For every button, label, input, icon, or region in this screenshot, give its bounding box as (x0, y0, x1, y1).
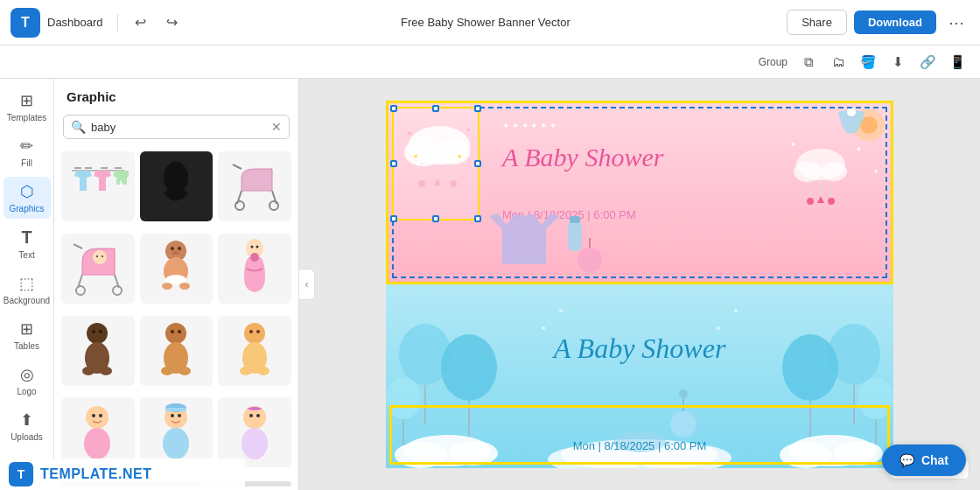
text-icon: T (21, 228, 32, 248)
svg-point-87 (807, 198, 814, 205)
left-sidebar: ⊞ Templates ✏ Fill ⬡ Graphics T Text ⬚ B… (0, 79, 54, 490)
sidebar-item-graphics[interactable]: ⬡ Graphics (4, 177, 51, 219)
chat-icon: 💬 (900, 453, 914, 467)
svg-point-8 (235, 201, 244, 210)
list-item[interactable] (218, 397, 291, 467)
svg-point-22 (172, 251, 179, 255)
sidebar-item-graphics-label: Graphics (9, 204, 44, 214)
selection-handle-tr[interactable] (474, 105, 481, 112)
sidebar-item-logo-label: Logo (17, 387, 36, 396)
selection-handle-lm[interactable] (390, 160, 397, 167)
svg-point-38 (171, 330, 174, 333)
secondary-toolbar: Group ⧉ 🗂 🪣 ⬇ 🔗 📱 (0, 46, 980, 79)
link-icon[interactable]: 🔗 (915, 50, 940, 74)
document-title: Free Baby Shower Banner Vector (192, 16, 780, 29)
baby-gear-graphic (485, 212, 607, 282)
banner2[interactable]: A Baby Shower Mon | 8/18/2025 | 6:00 PM (386, 284, 893, 468)
svg-point-82 (794, 161, 822, 182)
layers-icon[interactable]: 🗂 (826, 50, 850, 74)
svg-point-43 (244, 323, 265, 344)
sidebar-item-fill-label: Fill (21, 158, 32, 168)
svg-point-89 (828, 198, 835, 205)
selection-handle-tm[interactable] (432, 105, 439, 112)
topbar-separator (117, 14, 118, 32)
position-icon[interactable]: ⬇ (886, 50, 910, 74)
svg-point-95 (578, 248, 602, 272)
selection-handle-tl[interactable] (390, 105, 397, 112)
svg-rect-94 (570, 216, 580, 223)
svg-point-35 (82, 367, 94, 375)
sidebar-item-uploads[interactable]: ⬆ Uploads (4, 405, 51, 447)
chat-button[interactable]: 💬 Chat (882, 444, 966, 476)
background-icon: ⬚ (19, 274, 34, 293)
sidebar-item-uploads-label: Uploads (10, 432, 43, 442)
svg-point-33 (99, 330, 102, 333)
svg-point-118 (542, 326, 545, 330)
search-bar[interactable]: 🔍 ✕ (63, 115, 290, 139)
more-options-button[interactable]: ⋯ (943, 10, 970, 36)
list-item[interactable] (140, 234, 214, 304)
svg-point-61 (256, 414, 260, 417)
svg-point-54 (171, 414, 174, 417)
upload-icon: ⬆ (20, 410, 33, 430)
download-button[interactable]: Download (854, 10, 936, 34)
search-input[interactable] (91, 121, 266, 134)
svg-rect-4 (115, 167, 122, 169)
list-item[interactable] (140, 151, 214, 221)
svg-line-10 (233, 164, 242, 169)
svg-point-50 (92, 414, 95, 417)
svg-text:★: ★ (873, 168, 878, 174)
svg-point-16 (93, 250, 107, 264)
svg-point-125 (679, 389, 688, 398)
share-button[interactable]: Share (787, 10, 847, 35)
selection-handle-bm[interactable] (432, 215, 439, 222)
svg-rect-1 (74, 167, 81, 169)
banner1[interactable]: ✦ ✦ ★ ★ (386, 101, 893, 284)
redo-button[interactable]: ↪ (160, 10, 185, 35)
list-item[interactable] (61, 151, 135, 221)
selection-handle-br[interactable] (474, 215, 481, 222)
graphics-icon: ⬡ (20, 182, 34, 201)
list-item[interactable] (61, 316, 135, 386)
undo-button[interactable]: ↩ (129, 10, 153, 35)
deco-right-banner1: ✦ ✦ ★ (786, 103, 891, 243)
list-item[interactable] (140, 397, 214, 467)
dashboard-link[interactable]: Dashboard (47, 16, 103, 29)
phone-icon[interactable]: 📱 (945, 50, 970, 74)
selection-handle-bl[interactable] (390, 215, 397, 222)
paint-icon[interactable]: 🪣 (856, 50, 880, 74)
svg-point-44 (249, 330, 253, 333)
sidebar-item-logo[interactable]: ◎ Logo (4, 360, 51, 402)
svg-point-9 (270, 201, 278, 210)
svg-point-36 (100, 367, 112, 375)
duplicate-icon[interactable]: ⧉ (796, 50, 821, 74)
svg-point-39 (178, 330, 181, 333)
svg-point-55 (178, 414, 181, 417)
collapse-panel-button[interactable]: ‹ (299, 269, 315, 300)
svg-point-83 (821, 162, 847, 181)
search-icon: 🔍 (71, 120, 86, 134)
sidebar-item-templates[interactable]: ⊞ Templates (4, 86, 51, 128)
list-item[interactable] (140, 316, 214, 386)
svg-line-15 (74, 244, 82, 248)
svg-point-26 (179, 283, 190, 290)
svg-marker-88 (817, 196, 824, 203)
sidebar-item-templates-label: Templates (7, 113, 47, 122)
list-item[interactable] (218, 234, 291, 304)
svg-point-41 (161, 367, 173, 375)
svg-point-31 (87, 323, 108, 344)
sidebar-item-text[interactable]: T Text (4, 222, 51, 265)
selection-handle-rm[interactable] (474, 160, 481, 167)
canvas-area[interactable]: ‹ (299, 79, 980, 490)
list-item[interactable] (218, 316, 291, 386)
sidebar-item-fill[interactable]: ✏ Fill (4, 131, 51, 173)
templates-icon: ⊞ (20, 91, 33, 110)
svg-point-17 (96, 256, 98, 257)
list-item[interactable] (61, 234, 135, 304)
list-item[interactable] (61, 397, 135, 467)
list-item[interactable] (218, 151, 291, 221)
sidebar-item-tables[interactable]: ⊞ Tables (4, 314, 51, 356)
sidebar-item-background[interactable]: ⬚ Background (4, 269, 51, 311)
watermark: T TEMPLATE.NET (54, 458, 245, 490)
clear-search-button[interactable]: ✕ (271, 120, 282, 134)
